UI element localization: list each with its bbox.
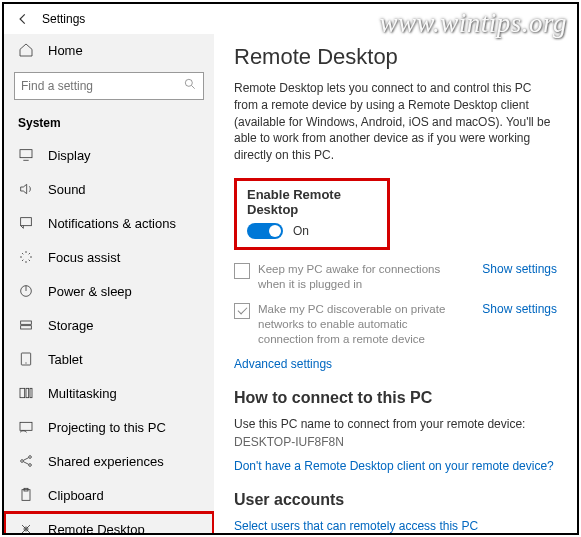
svg-point-15 <box>21 460 24 463</box>
home-icon <box>18 42 34 58</box>
sidebar-item-label: Multitasking <box>48 386 117 401</box>
remote-desktop-icon <box>18 521 34 533</box>
sidebar-item-remote-desktop[interactable]: Remote Desktop <box>4 512 214 533</box>
power-icon <box>18 283 34 299</box>
keep-awake-checkbox[interactable] <box>234 263 250 279</box>
page-description: Remote Desktop lets you connect to and c… <box>234 80 557 164</box>
projecting-icon <box>18 419 34 435</box>
svg-rect-7 <box>21 321 32 324</box>
discoverable-checkbox[interactable] <box>234 303 250 319</box>
multitasking-icon <box>18 385 34 401</box>
svg-point-16 <box>29 456 32 459</box>
home-button[interactable]: Home <box>4 34 214 66</box>
sidebar-item-label: Clipboard <box>48 488 104 503</box>
window-header: Settings <box>4 4 577 34</box>
sidebar: Home System Display Sound Notifications … <box>4 34 214 533</box>
keep-awake-label: Keep my PC awake for connections when it… <box>258 262 466 292</box>
users-heading: User accounts <box>234 491 557 509</box>
sidebar-item-display[interactable]: Display <box>4 138 214 172</box>
sidebar-item-label: Focus assist <box>48 250 120 265</box>
sound-icon <box>18 181 34 197</box>
svg-point-17 <box>29 464 32 467</box>
sidebar-item-label: Remote Desktop <box>48 522 145 534</box>
pc-name: DESKTOP-IUF8F8N <box>234 435 557 449</box>
sidebar-item-shared[interactable]: Shared experiences <box>4 444 214 478</box>
svg-rect-12 <box>26 388 29 397</box>
sidebar-item-label: Power & sleep <box>48 284 132 299</box>
search-icon <box>183 77 197 95</box>
sidebar-item-label: Tablet <box>48 352 83 367</box>
advanced-settings-link[interactable]: Advanced settings <box>234 357 557 371</box>
notifications-icon <box>18 215 34 231</box>
show-settings-link-2[interactable]: Show settings <box>482 302 557 316</box>
sidebar-item-focus[interactable]: Focus assist <box>4 240 214 274</box>
tablet-icon <box>18 351 34 367</box>
svg-rect-8 <box>21 326 32 329</box>
main-content: Remote Desktop Remote Desktop lets you c… <box>214 34 577 533</box>
search-input[interactable] <box>21 79 183 93</box>
sidebar-item-label: Storage <box>48 318 94 333</box>
svg-rect-14 <box>20 422 32 430</box>
svg-line-19 <box>23 462 28 465</box>
display-icon <box>18 147 34 163</box>
home-label: Home <box>48 43 83 58</box>
sidebar-item-tablet[interactable]: Tablet <box>4 342 214 376</box>
enable-toggle[interactable] <box>247 223 283 239</box>
connect-desc: Use this PC name to connect from your re… <box>234 417 557 431</box>
sidebar-item-label: Projecting to this PC <box>48 420 166 435</box>
back-icon[interactable] <box>16 12 30 26</box>
svg-rect-11 <box>20 388 25 397</box>
sidebar-item-projecting[interactable]: Projecting to this PC <box>4 410 214 444</box>
sidebar-item-multitasking[interactable]: Multitasking <box>4 376 214 410</box>
sidebar-item-label: Sound <box>48 182 86 197</box>
svg-rect-4 <box>21 218 32 226</box>
svg-rect-2 <box>20 150 32 158</box>
shared-icon <box>18 453 34 469</box>
sidebar-item-label: Shared experiences <box>48 454 164 469</box>
sidebar-item-power[interactable]: Power & sleep <box>4 274 214 308</box>
toggle-state: On <box>293 224 309 238</box>
search-input-wrap[interactable] <box>14 72 204 100</box>
svg-rect-13 <box>30 388 32 397</box>
clipboard-icon <box>18 487 34 503</box>
sidebar-item-sound[interactable]: Sound <box>4 172 214 206</box>
enable-heading: Enable Remote Desktop <box>247 187 377 217</box>
focus-icon <box>18 249 34 265</box>
svg-point-0 <box>185 79 192 86</box>
sidebar-item-label: Notifications & actions <box>48 216 176 231</box>
sidebar-item-clipboard[interactable]: Clipboard <box>4 478 214 512</box>
no-client-link[interactable]: Don't have a Remote Desktop client on yo… <box>234 459 557 473</box>
section-system: System <box>4 110 214 138</box>
sidebar-item-storage[interactable]: Storage <box>4 308 214 342</box>
sidebar-item-notifications[interactable]: Notifications & actions <box>4 206 214 240</box>
discoverable-label: Make my PC discoverable on private netwo… <box>258 302 466 347</box>
storage-icon <box>18 317 34 333</box>
page-title: Remote Desktop <box>234 44 557 70</box>
enable-remote-box: Enable Remote Desktop On <box>234 178 390 250</box>
connect-heading: How to connect to this PC <box>234 389 557 407</box>
settings-title: Settings <box>42 12 85 26</box>
svg-line-18 <box>23 458 28 461</box>
sidebar-item-label: Display <box>48 148 91 163</box>
svg-line-1 <box>192 86 195 89</box>
select-users-link[interactable]: Select users that can remotely access th… <box>234 519 557 533</box>
show-settings-link-1[interactable]: Show settings <box>482 262 557 276</box>
